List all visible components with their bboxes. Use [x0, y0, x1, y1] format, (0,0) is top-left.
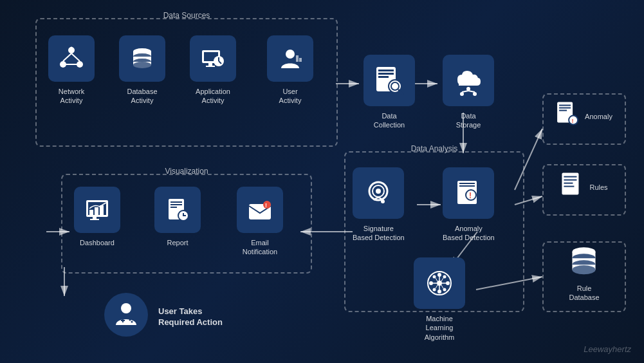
svg-rect-103	[564, 186, 574, 187]
data-collection-icon	[363, 55, 415, 106]
user-action-label: User TakesRequired Action	[158, 306, 223, 328]
data-analysis-label: Data Analysis	[407, 144, 462, 153]
svg-point-46	[466, 87, 470, 91]
svg-point-117	[129, 319, 131, 321]
svg-point-78	[437, 290, 441, 293]
svg-rect-72	[459, 185, 475, 187]
svg-rect-59	[170, 201, 182, 203]
rules-box: Rules	[542, 164, 626, 216]
svg-line-49	[462, 91, 468, 92]
svg-text:!: !	[469, 191, 472, 200]
rules-right-label: Rules	[589, 183, 607, 192]
anomaly-based-icon: !	[443, 167, 494, 219]
svg-point-79	[429, 281, 433, 285]
signature-based-group: SignatureBased Detection	[353, 167, 405, 243]
anomaly-based-label: AnomalyBased Detection	[443, 224, 495, 243]
svg-line-16	[71, 53, 80, 61]
signature-based-label: SignatureBased Detection	[353, 224, 405, 243]
user-activity-group: UserActivity	[267, 35, 313, 106]
watermark: Leewayhertz	[584, 344, 631, 354]
svg-rect-100	[564, 176, 576, 178]
svg-text:!: !	[572, 118, 574, 124]
rule-database-icon	[567, 245, 602, 279]
svg-point-28	[133, 62, 151, 68]
svg-line-50	[468, 91, 475, 92]
svg-line-45	[399, 90, 403, 94]
network-activity-group: NetworkActivity	[48, 35, 95, 106]
email-notification-label: EmailNotification	[243, 238, 277, 257]
svg-point-80	[437, 281, 442, 286]
svg-line-89	[441, 278, 443, 281]
rules-group: Rules	[560, 172, 607, 203]
svg-point-36	[286, 50, 295, 59]
ml-algorithm-icon	[414, 257, 465, 309]
report-icon	[154, 187, 201, 233]
svg-rect-31	[208, 63, 212, 66]
svg-line-91	[436, 278, 437, 281]
svg-point-48	[473, 92, 477, 96]
svg-point-88	[433, 288, 436, 292]
network-activity-label: NetworkActivity	[59, 87, 84, 106]
svg-point-114	[121, 303, 131, 313]
email-notification-group: ! EmailNotification	[237, 187, 283, 257]
svg-rect-40	[378, 70, 394, 71]
svg-rect-60	[170, 204, 182, 205]
svg-point-113	[573, 265, 596, 274]
database-activity-label: DatabaseActivity	[127, 87, 157, 106]
svg-rect-32	[206, 66, 215, 67]
svg-rect-56	[93, 217, 97, 219]
signature-based-icon	[353, 167, 404, 219]
anomaly-right-label: Anomaly	[585, 112, 612, 121]
user-action-icon	[104, 293, 148, 337]
email-notification-icon: !	[237, 187, 283, 233]
svg-rect-37	[296, 55, 299, 62]
svg-rect-95	[559, 107, 571, 109]
svg-rect-38	[299, 58, 302, 62]
svg-point-69	[381, 200, 385, 203]
anomaly-icon: !	[556, 101, 578, 133]
data-sources-label: Data Sources	[160, 11, 214, 20]
rules-icon	[560, 172, 583, 203]
dashboard-group: Dashboard	[74, 187, 120, 247]
ml-algorithm-group: Machine LearningAlgorithm	[414, 257, 465, 342]
svg-rect-41	[378, 73, 394, 75]
svg-rect-53	[89, 210, 93, 215]
application-activity-label: ApplicationActivity	[196, 87, 230, 106]
svg-rect-42	[378, 76, 389, 78]
rule-database-group: RuleDatabase	[567, 245, 602, 302]
svg-text:!: !	[265, 202, 267, 209]
report-group: Report	[154, 187, 201, 247]
svg-point-64	[263, 201, 271, 209]
user-action-group: User TakesRequired Action	[104, 293, 223, 337]
anomaly-box: ! Anomaly	[542, 93, 626, 145]
anomaly-based-group: ! AnomalyBased Detection	[443, 167, 495, 243]
rule-database-label: RuleDatabase	[569, 284, 599, 302]
dashboard-icon	[74, 187, 120, 233]
svg-rect-54	[95, 207, 98, 215]
svg-rect-102	[564, 183, 573, 184]
svg-line-92	[436, 285, 437, 288]
application-activity-icon	[190, 35, 236, 82]
report-label: Report	[167, 238, 188, 247]
database-activity-icon	[119, 35, 165, 82]
ml-algorithm-label: Machine LearningAlgorithm	[414, 314, 465, 342]
data-collection-label: DataCollection	[374, 111, 405, 130]
svg-rect-116	[122, 319, 124, 322]
svg-point-85	[443, 275, 446, 279]
network-activity-icon	[48, 35, 95, 82]
user-activity-icon	[267, 35, 313, 82]
data-storage-icon	[443, 55, 494, 106]
svg-point-77	[446, 281, 450, 285]
rule-database-box: RuleDatabase	[542, 241, 626, 312]
svg-rect-101	[564, 180, 576, 181]
database-activity-group: DatabaseActivity	[119, 35, 165, 106]
svg-point-68	[376, 189, 381, 194]
data-storage-label: DataStorage	[456, 111, 481, 130]
svg-point-76	[437, 273, 441, 277]
svg-rect-71	[459, 183, 475, 184]
visualization-label: Visualization	[161, 167, 212, 176]
svg-line-90	[441, 285, 443, 288]
data-storage-group: DataStorage	[443, 55, 494, 130]
svg-point-87	[433, 275, 436, 279]
anomaly-group: ! Anomaly	[556, 101, 612, 133]
